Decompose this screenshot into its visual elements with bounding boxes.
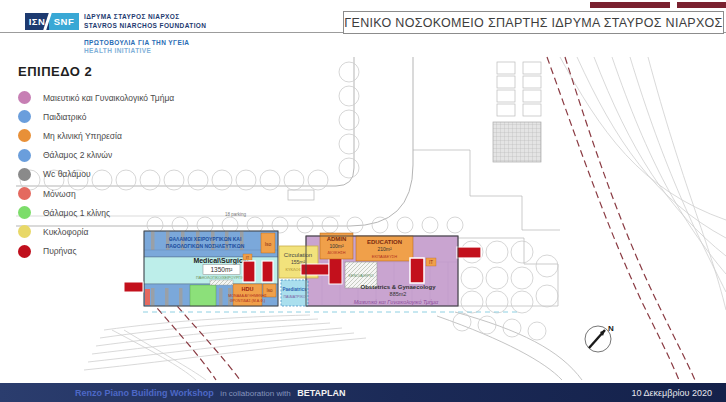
core-block bbox=[329, 257, 342, 284]
legend-color-dot bbox=[18, 91, 31, 104]
health-initiative-greek: ΠΡΩΤΟΒΟΥΛΙΑ ΓΙΑ ΤΗΝ ΥΓΕΙΑ bbox=[84, 39, 189, 47]
legend-item-label: Πυρήνας bbox=[43, 246, 77, 256]
paediatrics-zone bbox=[281, 280, 308, 306]
legend-item-isolation: Μόνωση bbox=[18, 184, 174, 203]
medical-surgical-greek: ΠΑΘΟΛΟΓΙΚΟ/ΧΕΙΡΟΥΡΓΙΚΟ bbox=[196, 276, 247, 280]
medical-surgical-name: Medical\Surgical bbox=[193, 257, 248, 265]
snf-logo-snf: SNF bbox=[49, 13, 79, 30]
site-boundary-bar bbox=[677, 2, 726, 8]
hdu-greek1: ΜΟΝΑΔΑ ΑΥΞΗΜΕΝΗΣ bbox=[228, 294, 267, 298]
education-greek: ΕΚΠΑΙΔΕΥΣΗ bbox=[372, 254, 397, 259]
footer-credits: Renzo Piano Building Workshop in collabo… bbox=[75, 388, 345, 398]
wards-label-line2: ΠΑΘΟΛΟΓΙΚΩΝ ΝΟΣΗΛΕΥΤΙΚΩΝ bbox=[166, 243, 245, 249]
education-area: 210m² bbox=[377, 246, 392, 252]
admin-area: 100m² bbox=[329, 243, 344, 249]
legend-item-label: Μόνωση bbox=[43, 189, 76, 199]
legend-item-label: Θάλαμος 2 κλινών bbox=[43, 150, 112, 160]
footer-bar: Renzo Piano Building Workshop in collabo… bbox=[0, 383, 726, 402]
paediatrics-name: Paediatrics bbox=[282, 287, 307, 292]
legend-item-circulation: Κυκλοφορία bbox=[18, 222, 174, 241]
core-block-exterior-right bbox=[457, 247, 481, 258]
obstetrics-greek: Μαιευτικό και Γυναικολογικό Τμήμα bbox=[354, 299, 439, 305]
legend-color-dot bbox=[18, 206, 31, 219]
site-contours bbox=[84, 57, 726, 380]
architect-name: Renzo Piano Building Workshop bbox=[75, 388, 214, 398]
admin-greek: ΔΙΟΙΚΗΣΗ bbox=[328, 251, 346, 255]
legend-color-dot bbox=[18, 225, 31, 238]
legend-item-nonclinical: Μη κλινική Υπηρεσία bbox=[18, 126, 174, 145]
legend-item-paediatric: Παιδιατρικό bbox=[18, 107, 174, 126]
legend-item-core: Πυρήνας bbox=[18, 242, 174, 261]
legend-item-label: Wc θαλάμου bbox=[43, 169, 91, 179]
legend-color-dot bbox=[18, 187, 31, 200]
slide: ΙΣΝ SNF ΙΔΡΥΜΑ ΣΤΑΥΡΟΣ ΝΙΑΡΧΟΣ STAVROS N… bbox=[0, 0, 726, 402]
it-label-left: IT bbox=[246, 255, 250, 260]
core-block-exterior-left bbox=[124, 282, 143, 292]
foundation-name-greek: ΙΔΡΥΜΑ ΣΤΑΥΡΟΣ ΝΙΑΡΧΟΣ bbox=[84, 13, 206, 22]
circulation-name: Circulation bbox=[284, 252, 312, 258]
atrium-void-label: ΚΕΝΟ/ΑΙΘΡΙΟ bbox=[349, 274, 374, 278]
legend-item-obgyn: Μαιευτικό και Γυναικολογικό Τμήμα bbox=[18, 88, 174, 107]
core-block bbox=[301, 264, 329, 275]
core-block bbox=[410, 258, 424, 283]
legend-color-dot bbox=[18, 168, 31, 181]
legend-item-label: Κυκλοφορία bbox=[43, 227, 88, 237]
atrium-void-small bbox=[210, 280, 233, 285]
hdu-name: HDU bbox=[242, 286, 254, 292]
health-initiative: ΠΡΩΤΟΒΟΥΛΙΑ ΓΙΑ ΤΗΝ ΥΓΕΙΑ HEALTH INITIAT… bbox=[84, 39, 189, 55]
partner-name: BETAPLAN bbox=[297, 388, 345, 398]
legend-item-2bed-ward: Θάλαμος 2 κλινών bbox=[18, 146, 174, 165]
hdu-greek2: ΦΡΟΝΤΙΔΑΣ (Μ.Α.Φ.) bbox=[230, 299, 266, 303]
single-bed-ward bbox=[190, 285, 216, 306]
north-arrow: N bbox=[585, 324, 614, 352]
legend-item-label: Παιδιατρικό bbox=[43, 112, 86, 122]
isolation-room bbox=[145, 289, 150, 305]
health-initiative-english: HEALTH INITIATIVE bbox=[84, 47, 189, 55]
obstetrics-name: Obstetrics & Gynaecology bbox=[360, 284, 436, 290]
foundation-name: ΙΔΡΥΜΑ ΣΤΑΥΡΟΣ ΝΙΑΡΧΟΣ STAVROS NIARCHOS … bbox=[84, 13, 206, 30]
legend-item-label: Μαιευτικό και Γυναικολογικό Τμήμα bbox=[43, 93, 174, 103]
legend-color-dot bbox=[18, 149, 31, 162]
iso-label-bottom: Iso bbox=[266, 288, 273, 293]
obstetrics-area: 885m2 bbox=[390, 291, 407, 297]
paediatrics-greek: ΠΑΙΔΙΑΤΡΙΚΟ bbox=[283, 295, 305, 299]
legend-item-label: Θάλαμος 1 κλίνης bbox=[43, 208, 110, 218]
parking-count-label: 18 parking bbox=[225, 212, 247, 217]
wards-label-line1: ΘΑΛΑΜΟΙ ΧΕΙΡΟΥΡΓΙΚΩΝ ΚΑΙ bbox=[169, 236, 242, 242]
site-parking-stalls bbox=[497, 62, 541, 116]
legend: Μαιευτικό και Γυναικολογικό Τμήμα Παιδια… bbox=[18, 88, 174, 261]
iso-label-top: Iso bbox=[265, 241, 272, 247]
collaboration-text: in collaboration with bbox=[220, 389, 290, 398]
slide-title: ΓΕΝΙΚΟ ΝΟΣΟΚΟΜΕΙΟ ΣΠΑΡΤΗΣ ΙΔΡΥΜΑ ΣΤΑΥΡΟΣ… bbox=[343, 11, 724, 34]
legend-color-dot bbox=[18, 245, 31, 258]
medical-surgical-area: 1350m² bbox=[210, 266, 233, 273]
admin-name: ADMIN bbox=[327, 236, 347, 242]
legend-item-wc: Wc θαλάμου bbox=[18, 165, 174, 184]
level-title: ΕΠΙΠΕΔΟ 2 bbox=[18, 64, 92, 79]
education-name: EDUCATION bbox=[367, 239, 402, 245]
core-block bbox=[243, 261, 255, 282]
slide-date: 10 Δεκεμβρίου 2020 bbox=[632, 388, 712, 398]
core-block bbox=[262, 261, 273, 282]
legend-item-1bed-ward: Θάλαμος 1 κλίνης bbox=[18, 203, 174, 222]
site-boundary-bar bbox=[590, 2, 670, 8]
north-label: N bbox=[608, 324, 614, 333]
foundation-name-english: STAVROS NIARCHOS FOUNDATION bbox=[84, 22, 206, 31]
site-hatched-plaza bbox=[493, 122, 541, 162]
legend-color-dot bbox=[18, 110, 31, 123]
legend-color-dot bbox=[18, 129, 31, 142]
it-label-right: IT bbox=[429, 260, 433, 265]
legend-item-label: Μη κλινική Υπηρεσία bbox=[43, 131, 122, 141]
